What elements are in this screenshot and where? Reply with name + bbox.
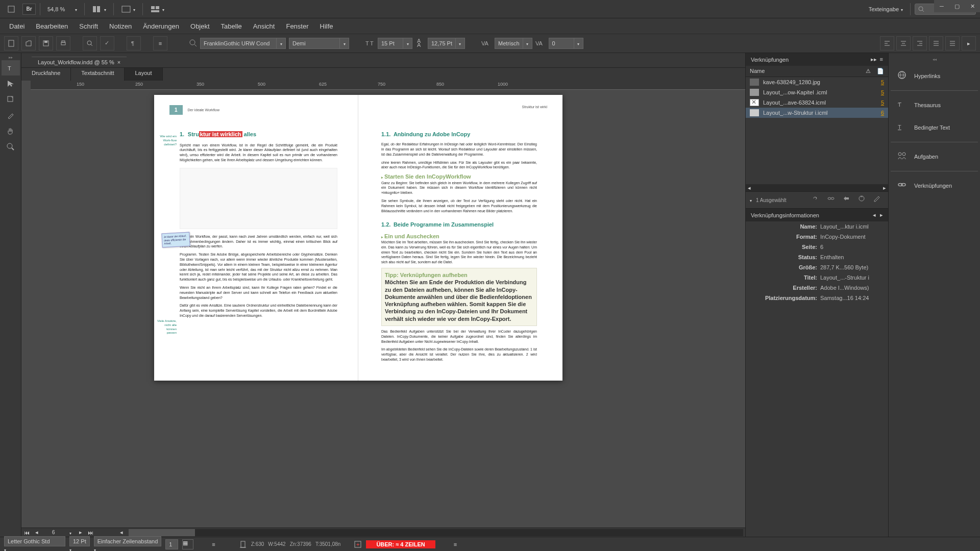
type-tool[interactable]: T	[2, 60, 20, 76]
kerning-field[interactable]: Metrisch	[495, 38, 532, 49]
page-column-icon[interactable]: 📄	[877, 68, 884, 74]
svg-text:T: T	[8, 65, 11, 71]
edit-original-button[interactable]	[857, 195, 869, 205]
scroll-left-button[interactable]: ◂	[746, 185, 753, 191]
search-button[interactable]	[83, 36, 97, 51]
menu-objekt[interactable]: Objekt	[185, 20, 215, 32]
menu-aenderungen[interactable]: Änderungen	[138, 20, 184, 32]
scroll-left-button[interactable]: ◂	[116, 529, 127, 537]
relink-button[interactable]	[812, 195, 823, 205]
align-right-button[interactable]	[913, 36, 927, 51]
paragraph-button[interactable]: ¶	[127, 36, 141, 51]
spellcheck-button[interactable]: ✓	[100, 36, 114, 51]
kerning-icon: VA	[481, 39, 492, 48]
zoom-tool[interactable]	[2, 139, 20, 155]
view-options-dropdown[interactable]	[89, 4, 109, 14]
collapse-icon[interactable]: ▸▸	[871, 56, 877, 63]
canvas[interactable]: 1 Der ideale Workflow 1. Struktur ist wi…	[52, 90, 745, 528]
minimize-button[interactable]: ─	[934, 0, 949, 12]
info-value: InCopy-Dokument	[820, 234, 866, 240]
edit-button[interactable]	[873, 195, 884, 205]
menu-schrift[interactable]: Schrift	[74, 20, 103, 32]
align-justify-all-button[interactable]	[945, 36, 960, 51]
zoom-dropdown[interactable]: 54,8 %	[44, 5, 80, 13]
close-button[interactable]: ✕	[965, 0, 980, 12]
next-link-button[interactable]: ▸	[880, 212, 883, 218]
link-row[interactable]: Layout_...ow-Kapitel .icml 5	[746, 87, 888, 97]
align-menu-button[interactable]: ≡	[153, 36, 167, 51]
goto-link-button[interactable]	[827, 195, 838, 205]
menu-tabelle[interactable]: Tabelle	[216, 20, 247, 32]
hand-tool[interactable]	[2, 123, 20, 139]
font-size-field[interactable]: 15 Pt	[378, 38, 412, 49]
bridge-button[interactable]: Br	[22, 4, 36, 15]
page-dropdown-button[interactable]	[65, 529, 76, 537]
maximize-button[interactable]: ▢	[949, 0, 965, 12]
menu-notizen[interactable]: Notizen	[104, 20, 137, 32]
next-page-button[interactable]: ▸	[76, 529, 86, 537]
scroll-right-button[interactable]: ▸	[881, 185, 888, 191]
save-button[interactable]	[39, 36, 53, 51]
view-tab-story[interactable]: Textabschnitt	[71, 68, 125, 81]
info-value: 287,7 K...560 Byte)	[820, 264, 868, 270]
align-left-button[interactable]	[880, 36, 894, 51]
menu-hilfe[interactable]: Hilfe	[315, 20, 338, 32]
more-options-button[interactable]: ▸	[962, 36, 976, 51]
link-row[interactable]: Layout_...w-Struktur i.icml 6	[746, 108, 888, 118]
link-page[interactable]: 5	[881, 99, 884, 106]
screen-mode-dropdown[interactable]	[118, 4, 138, 14]
panel-conditional-text[interactable]: T Bedingter Text	[891, 116, 978, 139]
line-spacing-field[interactable]: Einfacher Zeilenabstand	[94, 536, 162, 552]
tracking-field[interactable]: 0	[549, 38, 583, 49]
columns-field[interactable]: 1	[165, 539, 178, 549]
document-tab[interactable]: Layout_Workflow.indd @ 55 % ×	[32, 57, 127, 67]
status-font-field[interactable]: Letter Gothic Std	[4, 536, 65, 552]
print-button[interactable]	[56, 36, 70, 51]
status-size-field[interactable]: 12 Pt	[69, 536, 90, 552]
menu-datei[interactable]: Datei	[4, 20, 30, 32]
panel-links[interactable]: Verknüpfungen	[891, 174, 978, 197]
link-row[interactable]: ✕ Layout_...ave-63824.icml 5	[746, 97, 888, 108]
open-button[interactable]	[21, 36, 36, 51]
view-tab-layout[interactable]: Layout	[125, 68, 162, 81]
column-name[interactable]: Name	[750, 68, 765, 74]
page-number-display[interactable]: 6	[42, 530, 65, 535]
note-tool[interactable]	[2, 92, 20, 107]
close-tab-icon[interactable]: ×	[117, 59, 120, 65]
chevron-down-icon[interactable]	[750, 197, 752, 203]
prev-link-button[interactable]: ◂	[873, 212, 876, 218]
status-menu-icon[interactable]: ≡	[212, 541, 215, 547]
columns-icon[interactable]: ▦	[182, 539, 193, 549]
new-doc-button[interactable]	[4, 36, 18, 51]
menu-ansicht[interactable]: Ansicht	[248, 20, 280, 32]
font-weight-field[interactable]: Demi	[289, 38, 349, 49]
first-page-button[interactable]: ⏮	[21, 529, 32, 537]
leading-field[interactable]: 12,75 Pt	[428, 38, 465, 49]
align-center-button[interactable]	[896, 36, 911, 51]
position-tool[interactable]	[2, 76, 20, 91]
prev-page-button[interactable]: ◂	[32, 529, 42, 537]
panel-hyperlinks[interactable]: Hyperlinks	[891, 65, 978, 87]
last-page-button[interactable]: ⏭	[86, 529, 96, 537]
panel-menu-icon[interactable]: ≡	[880, 56, 883, 63]
font-family-field[interactable]: FranklinGothic URW Cond	[189, 38, 286, 49]
link-row[interactable]: kave-638249_1280.jpg 5	[746, 77, 888, 87]
link-name: Layout_...ave-63824.icml	[763, 99, 877, 106]
link-page[interactable]: 5	[881, 89, 884, 95]
eyedropper-tool[interactable]	[2, 108, 20, 123]
panel-thesaurus[interactable]: Ƭ Thesaurus	[891, 94, 978, 116]
align-justify-button[interactable]	[929, 36, 943, 51]
panel-assignments[interactable]: Aufgaben	[891, 145, 978, 168]
workspace-dropdown[interactable]: Texteingabe	[866, 5, 906, 13]
status-end-menu-icon[interactable]: ≡	[454, 541, 457, 547]
view-tab-galley[interactable]: Druckfahne	[21, 68, 71, 81]
arrange-dropdown[interactable]	[147, 4, 167, 14]
menu-bearbeiten[interactable]: Bearbeiten	[31, 20, 73, 32]
link-page[interactable]: 6	[881, 110, 884, 116]
update-link-button[interactable]	[842, 195, 853, 205]
menu-fenster[interactable]: Fenster	[281, 20, 313, 32]
link-page[interactable]: 5	[881, 79, 884, 85]
horizontal-scrollbar[interactable]	[129, 529, 743, 536]
warning-column-icon[interactable]: ⚠	[866, 68, 871, 74]
body-paragraph: Sie sehen Symbole, die Ihnen anzeigen, o…	[381, 198, 537, 213]
